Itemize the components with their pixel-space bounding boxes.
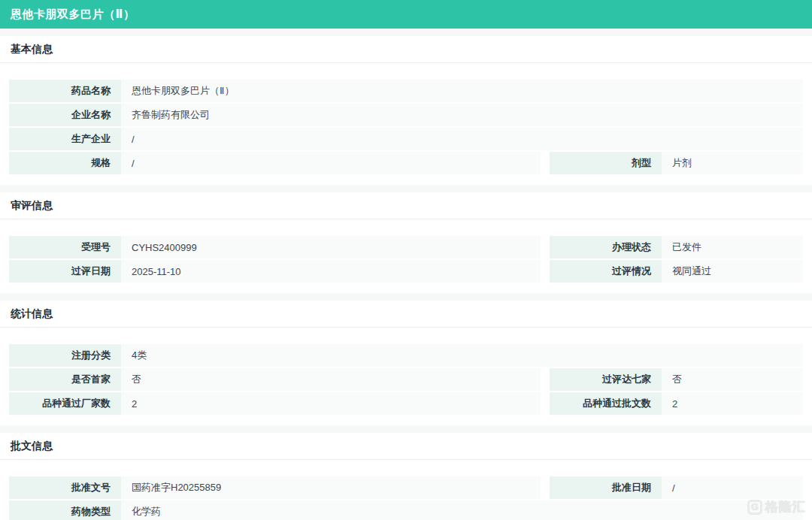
field-value: CYHS2400999 <box>121 236 541 258</box>
field-label: 办理状态 <box>550 236 662 258</box>
column-gap <box>541 260 550 283</box>
field-value: 2 <box>662 392 803 415</box>
table-row: 规格 / 剂型 片剂 <box>9 152 803 174</box>
section-title: 统计信息 <box>0 301 812 328</box>
table-row: 生产企业 / <box>9 128 803 150</box>
section-review-info: 审评信息 受理号 CYHS2400999 办理状态 已发件 过评日期 2025-… <box>0 185 812 293</box>
table-row: 受理号 CYHS2400999 办理状态 已发件 <box>9 236 803 258</box>
gelonghui-logo-icon: G <box>747 500 762 515</box>
table-row: 注册分类 4类 <box>9 344 803 367</box>
field-value: / <box>121 152 541 174</box>
field-label: 是否首家 <box>9 368 121 391</box>
field-value: 恩他卡朋双多巴片（Ⅱ） <box>121 80 803 102</box>
field-label: 受理号 <box>9 236 121 258</box>
field-value: 国药准字H20255859 <box>121 476 541 499</box>
section-statistics-info: 统计信息 注册分类 4类 是否首家 否 过评达七家 否 品种通过厂家数 2 品种… <box>0 293 812 425</box>
field-value: 已发件 <box>662 236 803 258</box>
section-title: 审评信息 <box>0 192 812 219</box>
field-label: 生产企业 <box>9 128 121 150</box>
table-row: 过评日期 2025-11-10 过评情况 视同通过 <box>9 260 803 283</box>
column-gap <box>541 152 550 174</box>
field-value: 4类 <box>121 344 803 367</box>
field-label: 过评达七家 <box>550 368 662 391</box>
field-label: 注册分类 <box>9 344 121 367</box>
table-row: 品种通过厂家数 2 品种通过批文数 2 <box>9 392 803 415</box>
section-rows: 受理号 CYHS2400999 办理状态 已发件 过评日期 2025-11-10… <box>0 219 812 293</box>
watermark-brand-text: 格隆汇 <box>765 498 806 515</box>
section-separator <box>0 425 812 433</box>
page-title: 恩他卡朋双多巴片（Ⅱ） <box>11 8 135 22</box>
table-row: 药品名称 恩他卡朋双多巴片（Ⅱ） <box>9 80 803 102</box>
field-value: 否 <box>121 368 541 391</box>
field-label: 药品名称 <box>9 80 121 102</box>
field-value: 片剂 <box>662 152 803 174</box>
section-rows: 药品名称 恩他卡朋双多巴片（Ⅱ） 企业名称 齐鲁制药有限公司 生产企业 / 规格… <box>0 63 812 185</box>
table-row: 企业名称 齐鲁制药有限公司 <box>9 104 803 126</box>
field-label: 过评日期 <box>9 260 121 283</box>
section-approval-info: 批文信息 批准文号 国药准字H20255859 批准日期 / 药物类型 化学药 <box>0 425 812 520</box>
page-header: 恩他卡朋双多巴片（Ⅱ） <box>0 0 812 29</box>
section-title: 批文信息 <box>0 433 812 460</box>
section-rows: 注册分类 4类 是否首家 否 过评达七家 否 品种通过厂家数 2 品种通过批文数… <box>0 328 812 425</box>
table-row: 是否首家 否 过评达七家 否 <box>9 368 803 391</box>
field-value: 视同通过 <box>662 260 803 283</box>
field-value: 齐鲁制药有限公司 <box>121 104 803 126</box>
column-gap <box>541 368 550 391</box>
section-rows: 批准文号 国药准字H20255859 批准日期 / 药物类型 化学药 <box>0 460 812 520</box>
field-label: 企业名称 <box>9 104 121 126</box>
field-label: 剂型 <box>550 152 662 174</box>
section-basic-info: 基本信息 药品名称 恩他卡朋双多巴片（Ⅱ） 企业名称 齐鲁制药有限公司 生产企业… <box>0 29 812 185</box>
column-gap <box>541 476 550 499</box>
field-label: 品种通过厂家数 <box>9 392 121 415</box>
field-value: 2025-11-10 <box>121 260 541 283</box>
field-label: 过评情况 <box>550 260 662 283</box>
field-label: 品种通过批文数 <box>550 392 662 415</box>
field-label: 药物类型 <box>9 500 121 520</box>
field-label: 批准日期 <box>550 476 662 499</box>
field-value: / <box>121 128 803 150</box>
column-gap <box>541 236 550 258</box>
table-row: 批准文号 国药准字H20255859 批准日期 / <box>9 476 803 499</box>
field-label: 批准文号 <box>9 476 121 499</box>
field-label: 规格 <box>9 152 121 174</box>
section-title: 基本信息 <box>0 36 812 63</box>
section-separator <box>0 293 812 301</box>
field-value: 化学药 <box>121 500 803 520</box>
field-value: 否 <box>662 368 803 391</box>
section-separator <box>0 29 812 36</box>
field-value: 2 <box>121 392 541 415</box>
gelonghui-watermark: G 格隆汇 <box>747 498 806 515</box>
column-gap <box>541 392 550 415</box>
section-separator <box>0 185 812 192</box>
table-row: 药物类型 化学药 <box>9 500 803 520</box>
field-value: / <box>662 476 803 499</box>
